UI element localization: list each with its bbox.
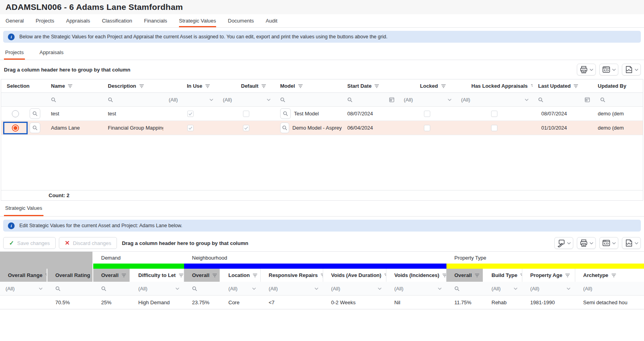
model-search-button[interactable] [280, 122, 289, 133]
cell-voids-incidences[interactable]: Nil [386, 296, 446, 309]
filter-icon[interactable] [212, 273, 217, 278]
col-header-location[interactable]: Location [220, 269, 261, 282]
chevron-down-icon[interactable] [612, 68, 616, 71]
cell-build-type[interactable]: Rehab [484, 296, 522, 309]
cell-demand-overall[interactable]: 25% [93, 296, 130, 309]
chevron-down-icon[interactable] [314, 287, 318, 290]
chevron-down-icon[interactable] [438, 287, 442, 290]
filter-property-type-overall[interactable] [446, 282, 484, 295]
filter-name[interactable] [45, 93, 102, 106]
values-data-row[interactable]: 70.5% 25% High Demand 23.75% Core <7 0-2… [0, 296, 644, 309]
col-header-overall-range[interactable]: Overall Range [0, 269, 47, 282]
cell-voids-ave-duration[interactable]: 0-2 Weeks [323, 296, 386, 309]
filter-icon[interactable] [205, 84, 210, 89]
filter-icon[interactable] [179, 273, 184, 278]
filter-start-date[interactable] [342, 93, 398, 106]
filter-has-locked-appraisals[interactable]: (All) [456, 93, 533, 106]
chevron-down-icon[interactable] [175, 287, 179, 290]
calendar-icon[interactable] [389, 97, 394, 102]
col-header-responsive-repairs[interactable]: Responsive Repairs [261, 269, 323, 282]
col-header-name[interactable]: Name [45, 79, 102, 92]
in-use-checkbox[interactable] [187, 125, 194, 131]
col-header-updated-by[interactable]: Updated By [594, 79, 644, 92]
export-document-button[interactable] [622, 237, 641, 249]
chevron-down-icon[interactable] [448, 98, 452, 101]
filter-icon[interactable] [298, 84, 303, 89]
col-header-property-type-overall[interactable]: Overall [446, 269, 484, 282]
chevron-down-icon[interactable] [267, 98, 271, 101]
sub-tab-appraisals[interactable]: Appraisals [38, 46, 65, 60]
default-checkbox[interactable] [243, 125, 249, 131]
tab-general[interactable]: General [6, 14, 24, 27]
chevron-down-icon[interactable] [525, 98, 529, 101]
filter-overall-rating[interactable] [47, 282, 93, 295]
col-header-default[interactable]: Default [217, 79, 275, 92]
col-header-demand-overall[interactable]: Overall [93, 269, 130, 282]
chevron-down-icon[interactable] [612, 242, 616, 245]
tab-documents[interactable]: Documents [228, 14, 254, 27]
tab-strategic-values[interactable]: Strategic Values [179, 14, 216, 27]
filter-responsive-repairs[interactable]: (All) [261, 282, 323, 295]
in-use-checkbox[interactable] [187, 111, 194, 117]
chevron-down-icon[interactable] [514, 287, 518, 290]
locked-checkbox[interactable] [424, 111, 430, 117]
row-select-radio[interactable] [12, 124, 19, 132]
filter-description[interactable] [102, 93, 163, 106]
filter-icon[interactable] [475, 273, 480, 278]
col-header-property-age[interactable]: Property Age [522, 269, 575, 282]
col-header-overall-rating[interactable]: Overall Rating [47, 269, 93, 282]
filter-icon[interactable] [261, 84, 266, 89]
col-header-locked[interactable]: Locked [398, 79, 456, 92]
col-header-last-updated[interactable]: Last Updated [533, 79, 594, 92]
cell-difficulty-to-let[interactable]: High Demand [130, 296, 184, 309]
chevron-down-icon[interactable] [378, 287, 382, 290]
chevron-down-icon[interactable] [635, 242, 638, 245]
filter-neighbourhood-overall[interactable] [184, 282, 220, 295]
save-changes-button[interactable]: ✓Save changes [3, 237, 56, 249]
has-locked-appraisals-checkbox[interactable] [491, 111, 497, 117]
col-header-has-locked-appraisals[interactable]: Has Locked Appraisals [456, 79, 533, 92]
filter-icon[interactable] [442, 273, 446, 278]
discard-changes-button[interactable]: ✕Discard changes [59, 237, 117, 249]
filter-icon[interactable] [320, 273, 323, 278]
col-header-build-type[interactable]: Build Type [484, 269, 522, 282]
cell-archetype[interactable]: Semi detached hou [575, 296, 644, 309]
filter-icon[interactable] [139, 84, 144, 89]
filter-property-age[interactable]: (All) [522, 282, 575, 295]
filter-voids-incidences[interactable]: (All) [386, 282, 446, 295]
cell-overall-rating[interactable]: 70.5% [47, 296, 93, 309]
tab-appraisals[interactable]: Appraisals [66, 14, 90, 27]
col-header-description[interactable]: Description [102, 79, 163, 92]
row-search-button[interactable] [30, 122, 40, 133]
filter-last-updated[interactable] [533, 93, 594, 106]
export-code-button[interactable] [599, 237, 618, 249]
calendar-icon[interactable] [585, 97, 590, 102]
tab-projects[interactable]: Projects [36, 14, 54, 27]
filter-icon[interactable] [611, 273, 616, 278]
export-code-button[interactable] [599, 64, 618, 75]
filter-locked[interactable]: (All) [398, 93, 456, 106]
filter-archetype[interactable]: (All) [575, 282, 644, 295]
filter-updated-by[interactable] [594, 93, 644, 106]
print-button[interactable] [577, 64, 596, 75]
cell-property-type-overall[interactable]: 11.75% [446, 296, 484, 309]
filter-difficulty-to-let[interactable]: (All) [130, 282, 184, 295]
print-button[interactable] [577, 237, 596, 249]
filter-build-type[interactable]: (All) [484, 282, 522, 295]
filter-model[interactable] [275, 93, 342, 106]
export-document-button[interactable] [622, 64, 641, 75]
cell-responsive-repairs[interactable]: <7 [261, 296, 323, 309]
filter-icon[interactable] [68, 84, 73, 89]
chevron-down-icon[interactable] [589, 242, 593, 245]
filter-icon[interactable] [252, 273, 258, 278]
tab-audit[interactable]: Audit [266, 14, 278, 27]
filter-icon[interactable] [565, 273, 570, 278]
cell-property-age[interactable]: 1981-1990 [522, 296, 575, 309]
filter-demand-overall[interactable] [93, 282, 130, 295]
default-checkbox[interactable] [243, 111, 249, 117]
chevron-down-icon[interactable] [589, 68, 593, 71]
chevron-down-icon[interactable] [209, 98, 213, 101]
table-row[interactable]: Adams Lane Financial Group Mapping Demo … [1, 121, 643, 135]
filter-location[interactable]: (All) [220, 282, 261, 295]
col-header-voids-incidences[interactable]: Voids (Incidences) [386, 269, 446, 282]
